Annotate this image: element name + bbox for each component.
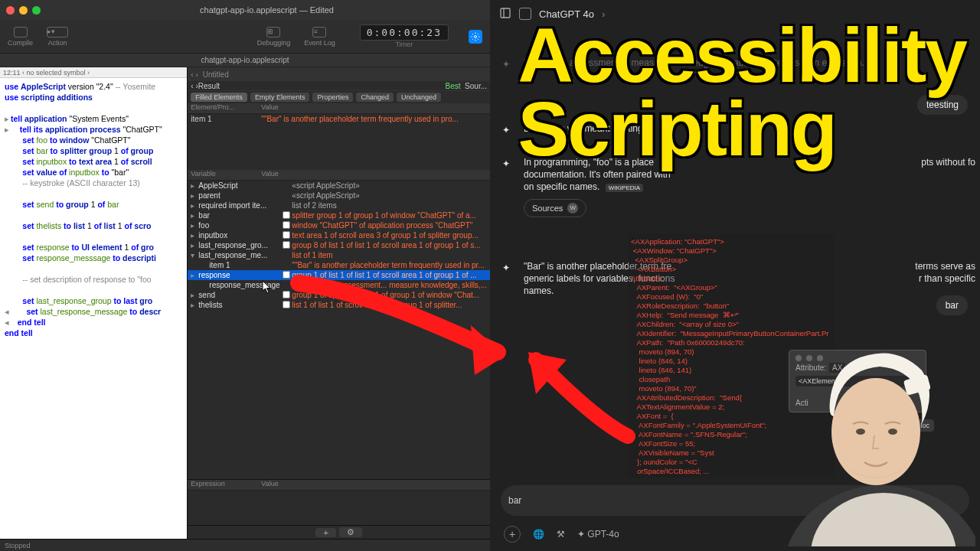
assistant-avatar-icon: ✦ — [502, 262, 516, 276]
variable-row[interactable]: ▸sendgroup 1 of splitter group 1 of grou… — [188, 290, 490, 300]
variable-row[interactable]: response_messsage"A "test" is an assessm… — [188, 280, 490, 290]
sources-button[interactable]: SourcesW — [524, 199, 586, 217]
user-message: bar — [936, 295, 968, 315]
model-button[interactable]: ✦ GPT-4o — [577, 529, 619, 540]
variable-row[interactable]: ▸inputboxtext area 1 of scroll area 3 of… — [188, 230, 490, 240]
code-editor[interactable]: 12:11 ‹ no selected symbol › use AppleSc… — [0, 67, 187, 539]
mouse-cursor-icon — [262, 280, 273, 295]
wikipedia-chip[interactable]: WIKIPEDIA — [606, 184, 643, 192]
result-tab[interactable]: Result — [198, 82, 220, 90]
variable-row[interactable]: ▸responsegroup 1 of list 1 of list 1 of … — [188, 270, 490, 280]
assistant-message: In programming, "foo" is a placepts with… — [524, 156, 968, 217]
assistant-avatar-icon: ✦ — [502, 158, 516, 171]
document-tab[interactable]: chatgpt-app-io.applescript — [0, 54, 490, 67]
attach-icon[interactable]: + — [504, 526, 521, 543]
zoom-icon[interactable] — [32, 6, 41, 15]
debug-footer[interactable]: +⚙ — [188, 525, 490, 539]
assistant-avatar-icon: ✦ — [502, 124, 516, 138]
user-message: teesting — [917, 95, 968, 115]
variable-row[interactable]: ▸barsplitter group 1 of group 1 of windo… — [188, 210, 490, 220]
status-bar: Stopped — [0, 539, 490, 551]
sidebar-toggle-icon[interactable] — [499, 7, 511, 21]
assistant-avatar-icon: ✦ — [502, 58, 516, 72]
assistant-message: Looks like you meant "testing." — [524, 122, 648, 138]
variable-table[interactable]: ▸AppleScript«script AppleScript»▸parent«… — [188, 181, 490, 479]
variable-row[interactable]: ▸thelistslist 1 of list 1 of scroll area… — [188, 300, 490, 310]
compile-button[interactable]: Compile — [8, 27, 33, 47]
variable-row[interactable]: ▸required import ite...list of 2 items — [188, 201, 490, 210]
webcam-presenter — [776, 324, 975, 546]
variable-row[interactable]: ▸last_response_gro...group 8 of list 1 o… — [188, 240, 490, 250]
svg-point-7 — [856, 429, 865, 435]
settings-gear-icon[interactable] — [469, 30, 482, 44]
window-titlebar[interactable]: chatgpt-app-io.applescript — Edited — [0, 0, 490, 20]
model-selector[interactable]: ChatGPT 4o — [539, 8, 594, 20]
result-row[interactable]: item 1""Bar" is another placeholder term… — [188, 114, 490, 124]
symbol-navigator[interactable]: 12:11 ‹ no selected symbol › — [0, 67, 187, 78]
new-chat-icon[interactable] — [519, 8, 531, 20]
filter-tabs[interactable]: Filled Elements Empty Elements Propertie… — [188, 91, 490, 103]
svg-point-0 — [475, 35, 477, 37]
timer-display: 0:00:00:23 — [360, 24, 449, 41]
globe-icon[interactable]: 🌐 — [533, 529, 544, 540]
minimize-icon[interactable] — [19, 6, 28, 15]
assistant-message: "test" is an assessment to measure knowl… — [524, 57, 869, 72]
variable-row[interactable]: ▸AppleScript«script AppleScript» — [188, 181, 490, 191]
variable-row[interactable]: ▾last_response_me...list of 1 item — [188, 250, 490, 260]
script-editor-window: chatgpt-app-io.applescript — Edited Comp… — [0, 0, 490, 551]
variable-row[interactable]: item 1""Bar" is another placeholder term… — [188, 260, 490, 270]
action-button[interactable]: ▸▾Action — [47, 27, 68, 47]
svg-point-5 — [831, 378, 920, 485]
debug-panel: ‹ › Untitled ‹ › Result Best Sour... Fil… — [187, 67, 490, 539]
svg-rect-1 — [501, 8, 510, 18]
close-icon[interactable] — [6, 6, 15, 15]
tools-icon[interactable]: ⚒ — [557, 529, 565, 540]
debugging-button[interactable]: ⊞Debugging — [257, 27, 291, 47]
variable-row[interactable]: ▸foowindow "ChatGPT" of application proc… — [188, 220, 490, 230]
debug-tabstrip[interactable]: ‹ › Untitled — [188, 67, 490, 81]
variable-row[interactable]: ▸parent«script AppleScript» — [188, 191, 490, 201]
event-log-button[interactable]: ≡Event Log — [304, 27, 335, 47]
toolbar: Compile ▸▾Action ⊞Debugging ≡Event Log 0… — [0, 20, 490, 54]
chat-titlebar[interactable]: ChatGPT 4o› — [490, 0, 980, 28]
window-title: chatgpt-app-io.applescript — Edited — [50, 5, 484, 15]
svg-point-8 — [888, 429, 897, 435]
